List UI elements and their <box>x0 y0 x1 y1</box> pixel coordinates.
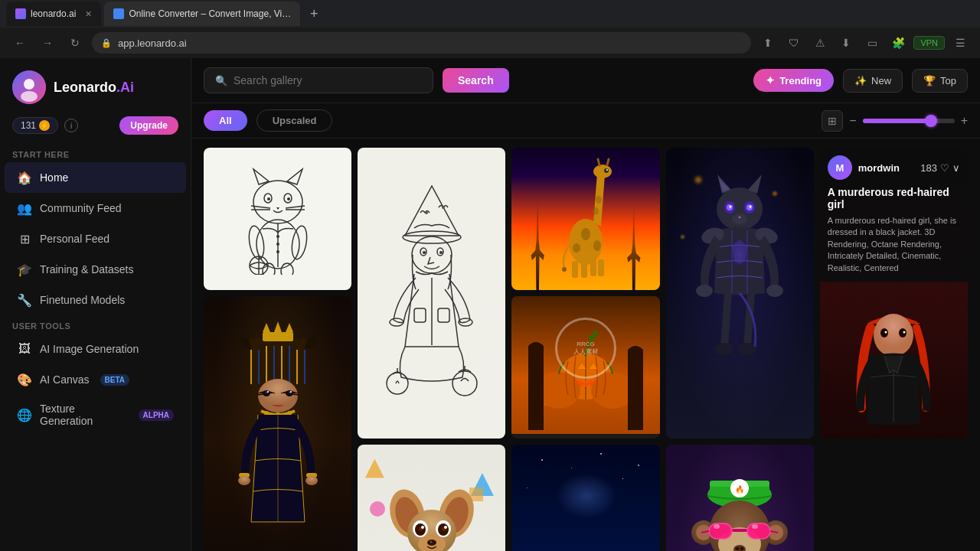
upscaled-tab[interactable]: Upscaled <box>256 109 333 132</box>
grid-icon[interactable]: ⊞ <box>281 154 299 172</box>
svg-rect-55 <box>572 261 578 278</box>
svg-point-82 <box>885 331 887 334</box>
upgrade-button[interactable]: Upgrade <box>119 116 178 135</box>
shield-icon[interactable]: 🛡 <box>783 32 805 54</box>
svg-point-103 <box>290 391 292 393</box>
gallery-item-blue-fantasy[interactable]: ⊞ ✏ ⤢ <box>511 445 659 551</box>
expand-icon-8[interactable]: ⤢ <box>635 451 654 469</box>
sidebar-item-ai-canvas[interactable]: 🎨 AI Canvas BETA <box>5 364 186 395</box>
search-icon: 🔍 <box>215 75 227 86</box>
back-button[interactable]: ← <box>9 32 31 54</box>
tab-converter[interactable]: Online Converter – Convert Image, Vi… <box>104 2 300 26</box>
gallery-item-chihuahua[interactable]: ⊞ ✏ ⤢ <box>358 445 505 551</box>
topbar: 🔍 Search ✦ Trending ✨ New 🏆 Top <box>191 58 980 103</box>
share-icon[interactable]: ⬆ <box>757 32 779 54</box>
sidebar-personal-label: Personal Feed <box>40 233 109 245</box>
grid-icon-8[interactable]: ⊞ <box>590 451 608 469</box>
nav-bar: ← → ↻ 🔒 app.leonardo.ai ⬆ 🛡 ⚠ ⬇ ▭ 🧩 VPN … <box>0 28 980 58</box>
expand-icon-4[interactable]: ⤢ <box>789 154 808 172</box>
all-tab[interactable]: All <box>204 110 247 131</box>
edit-icon[interactable]: ✏ <box>304 154 322 172</box>
sidebar-training-label: Training & Datasets <box>40 263 133 276</box>
expand-icon[interactable]: ⤢ <box>327 154 345 172</box>
tab-label-converter: Online Converter – Convert Image, Vi… <box>129 8 291 19</box>
personal-icon: ⊞ <box>17 231 32 246</box>
top-label: Top <box>940 75 956 86</box>
tab-close-leonardo[interactable]: ✕ <box>85 9 92 19</box>
gallery-item-cleopatra[interactable]: ⊞ ✏ ⤢ <box>204 296 351 551</box>
grid-icon-2[interactable]: ⊞ <box>435 154 453 172</box>
svg-point-174 <box>714 524 720 529</box>
new-filter-button[interactable]: ✨ New <box>843 69 903 93</box>
svg-marker-94 <box>263 323 270 332</box>
expand-icon-3[interactable]: ⤢ <box>635 154 654 172</box>
gallery-item-red-girl[interactable]: M mordwin 183 ♡ ∨ A murderous red-haired… <box>820 148 968 439</box>
svg-point-80 <box>880 328 888 337</box>
info-card-user: M mordwin 183 ♡ ∨ <box>828 155 960 180</box>
gallery-item-warrior[interactable]: ⊞ ✏ ⤢ <box>666 148 814 439</box>
zoom-out-button[interactable]: − <box>849 114 856 128</box>
svg-point-78 <box>738 343 756 355</box>
svg-point-77 <box>715 343 733 355</box>
svg-point-138 <box>444 526 447 529</box>
gallery-item-witch[interactable]: .sk{stroke:#333;stroke-width:1.5;fill:no… <box>358 148 505 439</box>
gallery-item-monkey[interactable]: 🔥 <box>666 445 814 551</box>
sidebar-item-texture[interactable]: 🌐 Texture Generation ALPHA <box>5 395 186 435</box>
sidebar-item-community[interactable]: 👥 Community Feed <box>5 193 186 223</box>
sidebar-toggle-icon[interactable]: ▭ <box>861 32 883 54</box>
top-filter-button[interactable]: 🏆 Top <box>912 69 968 93</box>
gallery-item-pumpkins[interactable]: RRCG人人素材 ⊞ ✏ ⤢ <box>511 296 659 439</box>
svg-point-52 <box>573 243 580 253</box>
chevron-down-icon: ∨ <box>952 162 960 174</box>
search-box: 🔍 <box>204 67 433 93</box>
new-label: New <box>871 75 891 86</box>
expand-icon-2[interactable]: ⤢ <box>481 154 499 172</box>
info-card-likes: 183 ♡ ∨ <box>920 162 960 174</box>
info-card-avatar: M <box>828 155 852 180</box>
svg-point-180 <box>736 547 740 551</box>
svg-point-54 <box>593 207 599 215</box>
url-text: app.leonardo.ai <box>118 37 187 49</box>
app: Leonardo.Ai 131 ⚡ i Upgrade Start Here 🏠… <box>0 58 980 551</box>
svg-point-75 <box>696 285 713 297</box>
sidebar-item-personal[interactable]: ⊞ Personal Feed <box>5 223 186 254</box>
new-tab-button[interactable]: + <box>303 3 325 24</box>
sidebar-item-home[interactable]: 🏠 Home <box>5 162 186 193</box>
alert-icon[interactable]: ⚠ <box>809 32 831 54</box>
svg-point-49 <box>606 169 608 171</box>
zoom-in-button[interactable]: + <box>961 114 968 128</box>
edit-icon-2[interactable]: ✏ <box>458 154 476 172</box>
menu-icon[interactable]: ☰ <box>949 32 971 54</box>
svg-point-137 <box>421 526 424 529</box>
sidebar-item-finetuned[interactable]: 🔧 Finetuned Models <box>5 285 186 315</box>
grid-controls: ⊞ − + <box>822 110 968 132</box>
credits-info-button[interactable]: i <box>64 119 78 132</box>
sidebar-ai-image-label: AI Image Generation <box>40 343 139 355</box>
refresh-button[interactable]: ↻ <box>64 32 86 54</box>
download-icon[interactable]: ⬇ <box>835 32 857 54</box>
search-input[interactable] <box>234 74 422 86</box>
grid-view-button[interactable]: ⊞ <box>822 110 843 132</box>
watermark: RRCG人人素材 <box>555 318 616 379</box>
sidebar-item-training[interactable]: 🎓 Training & Datasets <box>5 254 186 285</box>
converter-favicon <box>113 8 124 19</box>
zoom-slider[interactable] <box>863 119 955 123</box>
tab-leonardo[interactable]: leonardo.ai ✕ <box>6 2 101 26</box>
svg-rect-57 <box>590 259 596 276</box>
extensions-icon[interactable]: 🧩 <box>887 32 909 54</box>
svg-point-76 <box>766 285 783 297</box>
trending-button[interactable]: ✦ Trending <box>753 69 834 92</box>
forward-button[interactable]: → <box>37 32 58 54</box>
svg-point-140 <box>430 541 432 543</box>
logo-avatar <box>12 70 46 104</box>
address-bar[interactable]: 🔒 app.leonardo.ai <box>92 32 751 54</box>
user-tools-label: User Tools <box>0 315 191 334</box>
search-button[interactable]: Search <box>443 68 509 93</box>
edit-icon-8[interactable]: ✏ <box>612 451 631 469</box>
gallery-item-cat-sketch[interactable]: .sk{stroke:#333;stroke-width:1.5;fill:no… <box>204 148 351 290</box>
gallery-item-giraffe[interactable]: ⊞ ✏ ⤢ <box>511 148 659 290</box>
expand-icon-6[interactable]: ⤢ <box>635 302 654 321</box>
browser-chrome: leonardo.ai ✕ Online Converter – Convert… <box>0 0 980 58</box>
community-icon: 👥 <box>17 201 32 216</box>
sidebar-item-ai-image[interactable]: 🖼 AI Image Generation <box>5 334 186 364</box>
